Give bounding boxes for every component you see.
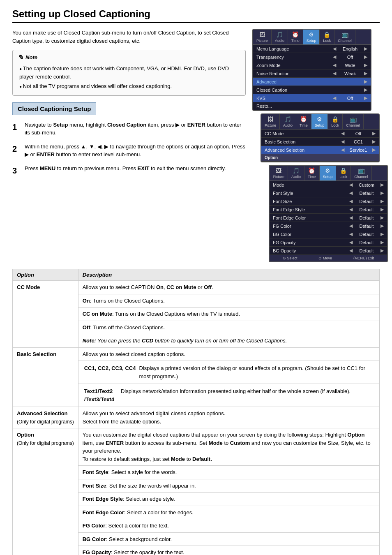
opt-option-desc: You can customize the digital closed cap… <box>78 428 379 466</box>
step-3-num: 3 <box>12 164 21 177</box>
tv-menus: 🖼Picture 🎵Audio ⏰Time ⚙Setup 🔒Lock 📺Chan… <box>252 29 380 262</box>
menu3-row-bgopacity: BG Opacity ◀ Default ▶ <box>270 247 387 255</box>
opt-ccmode: CC Mode <box>13 281 78 348</box>
menu1-row-0: Menu Language ◀ English ▶ <box>253 45 371 53</box>
opt-ccmode-note: Note: You can press the CCD button to qu… <box>78 334 379 348</box>
step-3-text: Press MENU to return to previous menu. P… <box>25 164 226 177</box>
tab-audio-2[interactable]: 🎵Audio <box>280 114 296 129</box>
opt-ccmode-mute: CC on Mute: Turns on the Closed Captions… <box>78 308 379 321</box>
note-icon: ✎ <box>18 53 23 61</box>
main-layout: You can make use of Closed Caption sub-m… <box>12 29 380 262</box>
col-description: Description <box>78 269 379 281</box>
tab-channel-3[interactable]: 📺Channel <box>351 166 372 180</box>
step-2: 2 Within the menu, press ▲, ▼, ◀, ▶ to n… <box>12 143 246 159</box>
options-table: Option Description CC Mode Allows you to… <box>12 269 380 555</box>
tab-lock-1[interactable]: 🔒Lock <box>320 30 334 44</box>
opt-ccmode-off: Off: Turns off the Closed Captions. <box>78 321 379 334</box>
menu3-row-fgopacity: FG Opacity ◀ Default ▶ <box>270 238 387 247</box>
tab-audio-3[interactable]: 🎵Audio <box>288 166 304 180</box>
menu3-row-fontstyle: Font Style ◀ Default ▶ <box>270 189 387 197</box>
tab-channel-1[interactable]: 📺Channel <box>334 30 355 44</box>
step-1-num: 1 <box>12 121 21 137</box>
opt-basic-cc: CC1, CC2, CC3, CC4 Displays a printed ve… <box>78 361 379 384</box>
tv-menu-3: 🖼Picture 🎵Audio ⏰Time ⚙Setup 🔒Lock 📺Chan… <box>269 165 388 262</box>
menu2-row-basic: Basic Selection ◀ CC1 ▶ <box>261 138 379 146</box>
tab-time-1[interactable]: ⏰Time <box>288 30 303 44</box>
step-1-text: Navigate to Setup menu, highlight Closed… <box>25 121 246 137</box>
opt-advanced: Advanced Selection (Only for digital pro… <box>13 407 78 428</box>
menu1-row-resto: Resto... <box>253 102 371 110</box>
opt-fontedgestyle: Font Edge Style: Select an edge style. <box>78 493 379 506</box>
intro-text: You can make use of Closed Caption sub-m… <box>12 29 246 45</box>
step-1: 1 Navigate to Setup menu, highlight Clos… <box>12 121 246 137</box>
col-option: Option <box>13 269 78 281</box>
page-title: Setting up Closed Captioning <box>12 8 380 23</box>
menu1-row-advanced: Advanced ▶ <box>253 78 371 86</box>
tv-menu-2-tabs: 🖼Picture 🎵Audio ⏰Time ⚙Setup 🔒Lock 📺Chan… <box>261 114 379 130</box>
note-box: ✎ Note The caption feature does not work… <box>12 50 246 96</box>
tab-audio-1[interactable]: 🎵Audio <box>272 30 288 44</box>
note-item-2: Not all the TV programs and videos will … <box>19 82 240 90</box>
tab-picture-2[interactable]: 🖼Picture <box>261 114 280 129</box>
menu3-row-fontedgestyle: Font Edge Style ◀ Default ▶ <box>270 206 387 214</box>
menu1-row-kvs: KVS ◀ Off ▶ <box>253 94 371 102</box>
menu3-row-fontsize: Font Size ◀ Default ▶ <box>270 197 387 206</box>
menu2-row-advanced: Advanced Selection ◀ Service1 ▶ <box>261 146 379 154</box>
menu3-row-fgcolor: FG Color ◀ Default ▶ <box>270 222 387 230</box>
opt-basic-text: Text1/Text2/Text3/Text4 Displays network… <box>78 384 379 407</box>
opt-fontsize: Font Size: Set the size the words will a… <box>78 479 379 493</box>
opt-basic: Basic Selection <box>13 347 78 407</box>
opt-fgopacity: FG Opacity: Select the opacity for the t… <box>78 546 379 555</box>
tab-setup-1[interactable]: ⚙Setup <box>303 30 320 44</box>
opt-fontstyle: Font Style: Select a style for the words… <box>78 466 379 479</box>
menu1-row-1: Transparency ◀ Off ▶ <box>253 53 371 61</box>
table-row-basic: Basic Selection Allows you to select clo… <box>13 347 380 361</box>
tv-menu-1-tabs: 🖼Picture 🎵Audio ⏰Time ⚙Setup 🔒Lock 📺Chan… <box>253 30 371 45</box>
table-row-option: Option (Only for digital programs) You c… <box>13 428 380 466</box>
menu3-row-fontedgecolor: Font Edge Color ◀ Default ▶ <box>270 214 387 222</box>
footer-move: ⊙ Move <box>318 256 332 260</box>
opt-fgcolor: FG Color: Select a color for the text. <box>78 519 379 533</box>
note-header: ✎ Note <box>18 53 240 61</box>
step-2-text: Within the menu, press ▲, ▼, ◀, ▶ to nav… <box>25 143 246 159</box>
menu3-footer: ⊙ Select ⊙ Move (MENU) Exit <box>270 255 387 261</box>
menu1-row-cc: Closed Caption ▶ <box>253 86 371 94</box>
opt-option: Option (Only for digital programs) <box>13 428 78 555</box>
footer-select: ⊙ Select <box>283 256 297 260</box>
steps-list: 1 Navigate to Setup menu, highlight Clos… <box>12 121 246 177</box>
opt-basic-desc: Allows you to select closed caption opti… <box>78 347 379 361</box>
opt-advanced-desc: Allows you to select advanced digital cl… <box>78 407 379 428</box>
tv-menu-1: 🖼Picture 🎵Audio ⏰Time ⚙Setup 🔒Lock 📺Chan… <box>252 29 371 111</box>
tab-setup-3[interactable]: ⚙Setup <box>320 166 337 180</box>
menu3-row-mode: Mode ◀ Custom ▶ <box>270 181 387 189</box>
note-label: Note <box>25 54 37 60</box>
table-header-row: Option Description <box>13 269 380 281</box>
tv-menu-3-tabs: 🖼Picture 🎵Audio ⏰Time ⚙Setup 🔒Lock 📺Chan… <box>270 166 387 181</box>
opt-ccmode-desc: Allows you to select CAPTION On, CC on M… <box>78 281 379 294</box>
menu2-row-option: Option <box>261 154 379 162</box>
tab-channel-2[interactable]: 📺Channel <box>343 114 364 129</box>
tab-picture-1[interactable]: 🖼Picture <box>253 30 272 44</box>
section-title: Closed Captioning Setup <box>12 102 96 115</box>
tv-menu-2: 🖼Picture 🎵Audio ⏰Time ⚙Setup 🔒Lock 📺Chan… <box>261 113 380 162</box>
tab-lock-2[interactable]: 🔒Lock <box>328 114 343 129</box>
tab-picture-3[interactable]: 🖼Picture <box>270 166 288 180</box>
menu1-row-3: Noise Reduction ◀ Weak ▶ <box>253 69 371 78</box>
note-item-1: The caption feature does not work with C… <box>19 65 240 81</box>
tab-time-2[interactable]: ⏰Time <box>296 114 311 129</box>
note-list: The caption feature does not work with C… <box>18 65 240 92</box>
tab-lock-3[interactable]: 🔒Lock <box>336 166 351 180</box>
menu1-row-2: Zoom Mode ◀ Wide ▶ <box>253 61 371 69</box>
step-2-num: 2 <box>12 143 21 159</box>
tv-menus-column: 🖼Picture 🎵Audio ⏰Time ⚙Setup 🔒Lock 📺Chan… <box>252 29 380 262</box>
opt-ccmode-on: On: Turns on the Closed Captions. <box>78 294 379 308</box>
tab-time-3[interactable]: ⏰Time <box>304 166 320 180</box>
opt-fontedgecolor: Font Edge Color: Select a color for the … <box>78 506 379 519</box>
menu3-row-bgcolor: BG Color ◀ Default ▶ <box>270 230 387 238</box>
menu2-row-ccmode: CC Mode ◀ Off ▶ <box>261 130 379 138</box>
tab-setup-2[interactable]: ⚙Setup <box>311 114 328 129</box>
table-row-advanced: Advanced Selection (Only for digital pro… <box>13 407 380 428</box>
left-column: You can make use of Closed Caption sub-m… <box>12 29 246 262</box>
step-3: 3 Press MENU to return to previous menu.… <box>12 164 246 177</box>
opt-bgcolor: BG Color: Select a background color. <box>78 532 379 546</box>
